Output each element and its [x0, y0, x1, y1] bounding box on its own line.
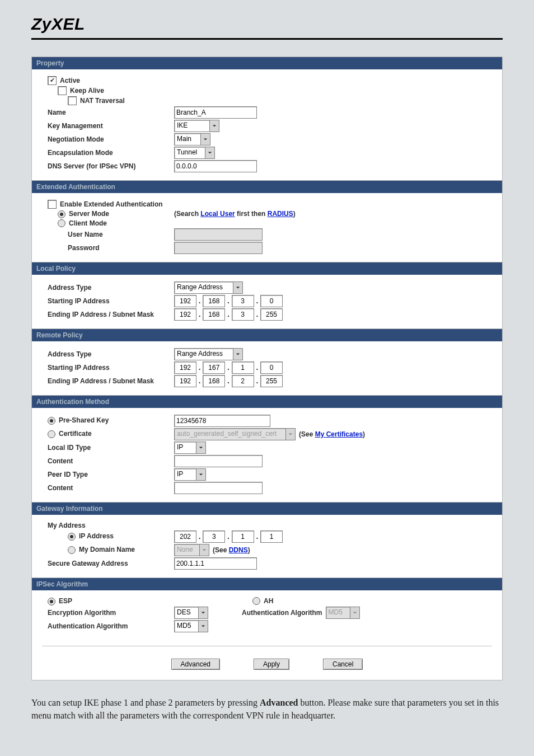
my-certificates-link[interactable]: My Certificates: [315, 430, 363, 438]
ip-octet[interactable]: [260, 530, 283, 543]
chevron-down-icon: [350, 607, 359, 618]
ip-octet[interactable]: [232, 308, 254, 321]
ip-octet[interactable]: [174, 361, 196, 374]
secgw-input[interactable]: [174, 557, 257, 570]
content2-input[interactable]: [174, 482, 263, 494]
ah-radio[interactable]: [252, 597, 260, 605]
cert-radio[interactable]: [48, 430, 55, 438]
ip-octet[interactable]: [203, 375, 225, 387]
rp-start-ip[interactable]: . . .: [174, 361, 283, 374]
server-mode-radio[interactable]: [58, 210, 65, 218]
lp-addrtype-select[interactable]: Range Address: [174, 281, 243, 294]
local-user-link[interactable]: Local User: [200, 210, 235, 218]
cert-label: Certificate: [59, 430, 92, 438]
ip-octet[interactable]: [174, 375, 196, 387]
lp-start-ip[interactable]: . . .: [174, 295, 283, 307]
keepalive-checkbox[interactable]: [58, 86, 67, 95]
dns-label: DNS Server (for IPSec VPN): [48, 162, 174, 170]
ip-octet[interactable]: [203, 530, 225, 543]
cert-select[interactable]: auto_generated_self_signed_cert: [174, 428, 296, 440]
ddns-link[interactable]: DDNS: [229, 546, 248, 554]
apply-button[interactable]: Apply: [254, 659, 289, 670]
name-label: Name: [48, 109, 174, 116]
dns-input[interactable]: [174, 160, 257, 172]
section-header-ipsecalg: IPSec Algorithm: [32, 577, 502, 590]
client-mode-radio[interactable]: [58, 219, 65, 227]
authalg-select[interactable]: MD5: [174, 620, 208, 632]
rp-end-ip[interactable]: . . .: [174, 375, 283, 387]
server-mode-label: Server Mode: [69, 210, 109, 218]
section-header-gateway: Gateway Information: [32, 502, 502, 515]
ah-authalg-label: Authentication Algorithm: [242, 609, 322, 617]
ip-octet[interactable]: [260, 361, 283, 374]
radius-link[interactable]: RADIUS: [268, 210, 293, 218]
nat-traversal-label: NAT Traversal: [80, 97, 207, 105]
chevron-down-icon: [198, 621, 208, 632]
negmode-label: Negotiation Mode: [48, 135, 174, 143]
footnote-text: You can setup IKE phase 1 and phase 2 pa…: [31, 696, 503, 722]
cert-hint: (See My Certificates): [299, 430, 365, 438]
ip-octet[interactable]: [260, 308, 283, 321]
section-header-authmethod: Authentication Method: [32, 395, 502, 408]
ip-octet[interactable]: [232, 361, 254, 374]
myaddr-label: My Address: [48, 522, 174, 529]
config-panel: Property Active Keep Alive NAT Traversal…: [31, 57, 503, 680]
rp-start-label: Starting IP Address: [48, 364, 174, 372]
negmode-select[interactable]: Main: [174, 133, 210, 145]
active-checkbox[interactable]: [48, 76, 57, 85]
encalg-label: Encryption Algorithm: [48, 609, 174, 617]
ah-label: AH: [264, 597, 273, 605]
ip-octet[interactable]: [260, 295, 283, 307]
chevron-down-icon: [233, 282, 242, 293]
ip-octet[interactable]: [174, 308, 196, 321]
gateway-ip[interactable]: . . .: [174, 530, 283, 543]
psk-input[interactable]: [174, 415, 270, 427]
encap-select[interactable]: Tunnel: [174, 147, 215, 159]
encalg-select[interactable]: DES: [174, 607, 208, 619]
lp-addrtype-label: Address Type: [48, 284, 174, 292]
chevron-down-icon: [205, 147, 214, 158]
mydom-select[interactable]: None: [174, 544, 209, 556]
password-input[interactable]: [174, 242, 263, 254]
content1-input[interactable]: [174, 455, 263, 467]
username-input[interactable]: [174, 228, 263, 241]
name-input[interactable]: [174, 106, 257, 119]
mydom-label: My Domain Name: [79, 546, 135, 553]
section-header-property: Property: [32, 57, 502, 69]
ip-octet[interactable]: [174, 530, 196, 543]
ip-octet[interactable]: [232, 530, 254, 543]
ip-octet[interactable]: [203, 295, 225, 307]
content1-label: Content: [48, 457, 174, 465]
ipaddr-radio[interactable]: [68, 533, 76, 541]
localid-select[interactable]: IP: [174, 442, 206, 454]
rp-addrtype-select[interactable]: Range Address: [174, 348, 243, 360]
ip-octet[interactable]: [260, 375, 283, 387]
encap-label: Encapsulation Mode: [48, 149, 174, 157]
esp-radio[interactable]: [48, 598, 55, 605]
keymgmt-select[interactable]: IKE: [174, 120, 219, 132]
cancel-button[interactable]: Cancel: [323, 659, 363, 670]
brand-logo: ZyXEL: [31, 15, 85, 33]
ip-octet[interactable]: [174, 295, 196, 307]
mydom-hint: (See DDNS): [213, 546, 250, 554]
server-mode-hint: (Search Local User first then RADIUS): [174, 210, 296, 218]
extauth-enable-label: Enable Extended Authentication: [60, 200, 163, 208]
peerid-select[interactable]: IP: [174, 468, 206, 481]
ip-octet[interactable]: [203, 308, 225, 321]
ip-octet[interactable]: [203, 361, 225, 374]
lp-end-ip[interactable]: . . .: [174, 308, 283, 321]
ip-octet[interactable]: [232, 295, 254, 307]
chevron-down-icon: [198, 607, 208, 618]
nat-traversal-checkbox[interactable]: [68, 96, 77, 105]
extauth-checkbox[interactable]: [48, 200, 57, 209]
mydom-radio[interactable]: [68, 546, 76, 554]
chevron-down-icon: [285, 429, 295, 440]
advanced-button[interactable]: Advanced: [171, 659, 220, 670]
psk-radio[interactable]: [48, 417, 55, 425]
secgw-label: Secure Gateway Address: [48, 560, 174, 567]
chevron-down-icon: [196, 469, 205, 480]
chevron-down-icon: [196, 442, 205, 453]
localid-label: Local ID Type: [48, 444, 174, 452]
ah-authalg-select[interactable]: MD5: [326, 607, 360, 619]
ip-octet[interactable]: [232, 375, 254, 387]
